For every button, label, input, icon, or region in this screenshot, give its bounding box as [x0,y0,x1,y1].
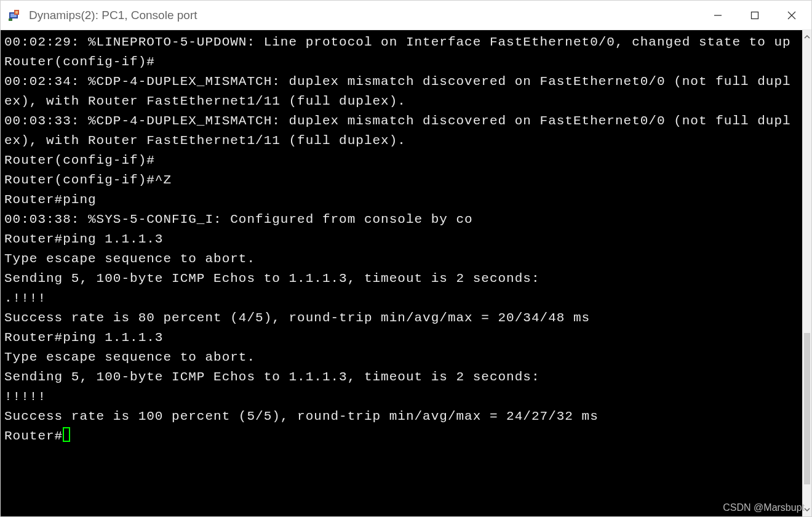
terminal-line: 00:03:33: %CDP-4-DUPLEX_MISMATCH: duplex… [4,111,798,151]
terminal-line: Sending 5, 100-byte ICMP Echos to 1.1.1.… [4,269,798,289]
terminal-cursor [63,427,70,442]
svg-rect-6 [752,12,758,18]
content-area: 00:02:29: %LINEPROTO-5-UPDOWN: Line prot… [1,30,811,516]
chevron-down-icon [803,506,811,513]
terminal-line: Router#ping 1.1.1.3 [4,328,798,348]
terminal-line: Router#ping 1.1.1.3 [4,230,798,249]
svg-rect-3 [15,11,18,14]
svg-rect-4 [9,18,12,21]
terminal-line: 00:03:38: %SYS-5-CONFIG_I: Configured fr… [4,210,798,230]
terminal-line: Router#ping [4,190,798,210]
terminal-prompt-line: Router# [4,427,798,446]
minimize-button[interactable] [699,1,736,30]
terminal-line: Type escape sequence to abort. [4,348,798,367]
chevron-up-icon [803,33,811,41]
terminal-line: .!!!! [4,289,798,308]
title-bar[interactable]: Dynamips(2): PC1, Console port [1,1,811,30]
terminal-line: Router(config-if)#^Z [4,170,798,190]
minimize-icon [714,11,722,20]
terminal-line: Success rate is 100 percent (5/5), round… [4,407,798,427]
terminal-prompt: Router# [4,429,63,443]
close-icon [787,11,796,20]
app-icon [7,7,23,23]
scrollbar-thumb[interactable] [804,333,810,484]
terminal-line: Router(config-if)# [4,151,798,170]
close-button[interactable] [773,1,810,30]
terminal-output[interactable]: 00:02:29: %LINEPROTO-5-UPDOWN: Line prot… [1,30,802,516]
terminal-line: Type escape sequence to abort. [4,249,798,269]
scroll-up-button[interactable] [803,30,811,44]
maximize-button[interactable] [736,1,773,30]
vertical-scrollbar[interactable] [802,30,811,516]
terminal-line: !!!!! [4,387,798,407]
terminal-line: Success rate is 80 percent (4/5), round-… [4,308,798,328]
maximize-icon [750,11,759,20]
scroll-down-button[interactable] [803,503,811,516]
terminal-line: Sending 5, 100-byte ICMP Echos to 1.1.1.… [4,367,798,387]
terminal-line: 00:02:34: %CDP-4-DUPLEX_MISMATCH: duplex… [4,72,798,111]
window-title: Dynamips(2): PC1, Console port [29,9,197,22]
scrollbar-track[interactable] [803,44,811,503]
terminal-line: 00:02:29: %LINEPROTO-5-UPDOWN: Line prot… [4,33,798,52]
terminal-line: Router(config-if)# [4,52,798,72]
app-window: Dynamips(2): PC1, Console port 00:02:29:… [0,0,812,517]
